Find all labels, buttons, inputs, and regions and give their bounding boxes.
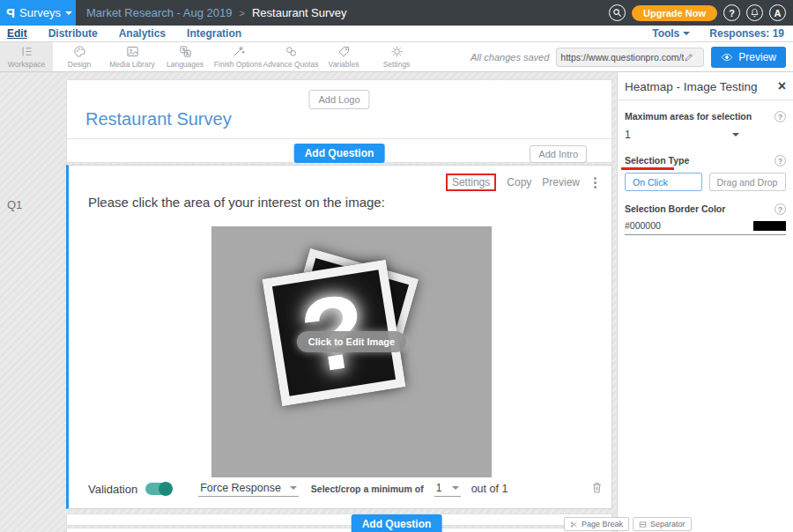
toolbar-finish-options-label: Finish Options <box>214 60 262 69</box>
drag-and-drop-option[interactable]: Drag and Drop <box>709 173 787 191</box>
search-button[interactable] <box>609 4 626 21</box>
separator-label: Separator <box>650 520 686 528</box>
min-selection-prefix: Select/crop a minimum of <box>311 484 424 494</box>
topbar: P Surveys Market Research - Aug 2019 > R… <box>0 0 793 26</box>
chevron-down-icon <box>683 32 690 35</box>
tools-menu[interactable]: Tools <box>652 27 690 40</box>
click-to-edit-image-button[interactable]: Click to Edit Image <box>297 331 406 352</box>
questionpro-logo-icon: P <box>6 5 15 20</box>
add-question-button-bottom[interactable]: Add Question <box>352 514 442 532</box>
selection-type-buttons: On Click Drag and Drop <box>625 173 786 191</box>
help-button[interactable]: ? <box>723 4 740 21</box>
help-icon[interactable]: ? <box>774 203 786 215</box>
chevron-down-icon <box>732 133 739 137</box>
max-areas-field: Maximum areas for selection ? <box>625 111 786 122</box>
toggle-knob <box>159 482 173 496</box>
help-icon[interactable]: ? <box>774 155 786 166</box>
toolbar-languages[interactable]: Languages <box>159 42 211 71</box>
save-status-text: All changes saved <box>471 52 549 63</box>
account-avatar[interactable]: A <box>769 4 786 21</box>
max-areas-label: Maximum areas for selection <box>625 111 752 122</box>
question-code: Q1 <box>7 198 22 211</box>
tab-distribute[interactable]: Distribute <box>48 27 98 40</box>
question-mark-icon: ? <box>729 8 735 18</box>
toolbar-languages-label: Languages <box>167 60 204 69</box>
close-icon[interactable]: × <box>778 79 786 93</box>
breadcrumb-parent-link[interactable]: Market Research - Aug 2019 <box>86 6 232 19</box>
toolbar-variables[interactable]: Variables <box>317 42 370 71</box>
validation-toggle[interactable] <box>145 483 172 495</box>
toolbar-advance-quotas-label: Advance Quotas <box>263 60 319 69</box>
question-card: Settings Copy Preview Please click the a… <box>66 165 612 509</box>
toolbar-workspace[interactable]: Workspace <box>0 42 53 71</box>
palette-icon <box>73 45 86 58</box>
toolbar-settings[interactable]: Settings <box>370 42 423 71</box>
responses-count-link[interactable]: Responses: 19 <box>709 27 784 40</box>
divider <box>618 100 793 100</box>
gear-icon <box>390 45 404 58</box>
scissors-icon <box>570 521 578 528</box>
on-click-option[interactable]: On Click <box>625 173 702 191</box>
add-intro-button[interactable]: Add Intro <box>530 145 587 163</box>
preview-button[interactable]: Preview <box>711 47 786 68</box>
survey-url-input[interactable] <box>560 52 684 63</box>
delete-question-button[interactable] <box>591 481 603 497</box>
question-text[interactable]: Please click the area of your interest o… <box>88 195 385 210</box>
min-selection-select[interactable]: 1 <box>434 482 461 497</box>
question-preview-button[interactable]: Preview <box>542 176 580 188</box>
toolbar-finish-options[interactable]: Finish Options <box>211 42 264 71</box>
nav-right: Tools Responses: 19 <box>652 27 793 40</box>
selection-type-field: Selection Type ? <box>625 155 786 166</box>
surveys-menu-label: Surveys <box>19 6 61 19</box>
toolbar-media-library[interactable]: Media Library <box>106 42 159 71</box>
tab-analytics[interactable]: Analytics <box>119 27 166 40</box>
toolbar-design[interactable]: Design <box>53 42 106 71</box>
toolbar-right: All changes saved Preview <box>471 42 793 71</box>
add-question-button-top[interactable]: Add Question <box>294 144 385 163</box>
max-areas-select[interactable]: 1 <box>625 129 739 141</box>
validation-label: Validation <box>88 483 137 496</box>
avatar-initial: A <box>774 8 782 18</box>
validation-row: Validation Force Response Select/crop a … <box>88 481 603 497</box>
question-settings-button[interactable]: Settings <box>446 174 496 191</box>
color-swatch[interactable] <box>753 221 786 231</box>
tab-integration[interactable]: Integration <box>187 27 241 40</box>
toolbar-advance-quotas[interactable]: Advance Quotas <box>264 42 317 71</box>
add-logo-button[interactable]: Add Logo <box>308 90 369 109</box>
survey-url-field <box>556 48 704 67</box>
border-color-label: Selection Border Color <box>625 203 725 214</box>
page-break-label: Page Break <box>582 520 623 528</box>
upgrade-now-button[interactable]: Upgrade Now <box>632 5 717 21</box>
help-icon[interactable]: ? <box>774 111 786 122</box>
notifications-button[interactable] <box>746 4 763 21</box>
page-break-button[interactable]: Page Break <box>564 517 629 531</box>
validation-mode-select[interactable]: Force Response <box>198 482 299 497</box>
trash-icon <box>591 481 603 494</box>
chevron-down-icon <box>290 486 297 490</box>
toolbar-workspace-label: Workspace <box>8 60 45 69</box>
question-copy-button[interactable]: Copy <box>507 176 531 188</box>
breadcrumb-current: Restaurant Survey <box>252 6 347 19</box>
panel-header: Heatmap - Image Testing × <box>625 79 786 93</box>
section-nav: Edit Distribute Analytics Integration To… <box>0 26 793 42</box>
pencil-icon[interactable] <box>684 52 694 63</box>
toolbar-design-label: Design <box>68 60 91 69</box>
heatmap-image-placeholder[interactable]: ? Click to Edit Image <box>211 226 492 477</box>
editor-toolbar: Workspace Design Media Library Languages… <box>0 42 793 72</box>
border-color-value[interactable]: #000000 <box>625 220 661 231</box>
question-more-menu[interactable] <box>590 175 600 190</box>
questionpro-app: P Surveys Market Research - Aug 2019 > R… <box>0 0 793 532</box>
separator-button[interactable]: Separator <box>633 517 692 531</box>
chevron-down-icon <box>452 486 459 490</box>
panel-title: Heatmap - Image Testing <box>625 80 758 93</box>
search-icon <box>612 8 622 18</box>
tab-edit[interactable]: Edit <box>7 27 27 40</box>
survey-header-card: Add Logo Restaurant Survey Add Question … <box>66 79 612 163</box>
bell-icon <box>750 8 760 18</box>
separator-icon <box>639 521 647 528</box>
surveys-product-menu[interactable]: P Surveys <box>0 0 76 26</box>
preview-button-label: Preview <box>738 51 776 63</box>
survey-title[interactable]: Restaurant Survey <box>85 109 232 129</box>
tools-label: Tools <box>652 27 679 40</box>
annotation-red-underline <box>621 167 674 170</box>
